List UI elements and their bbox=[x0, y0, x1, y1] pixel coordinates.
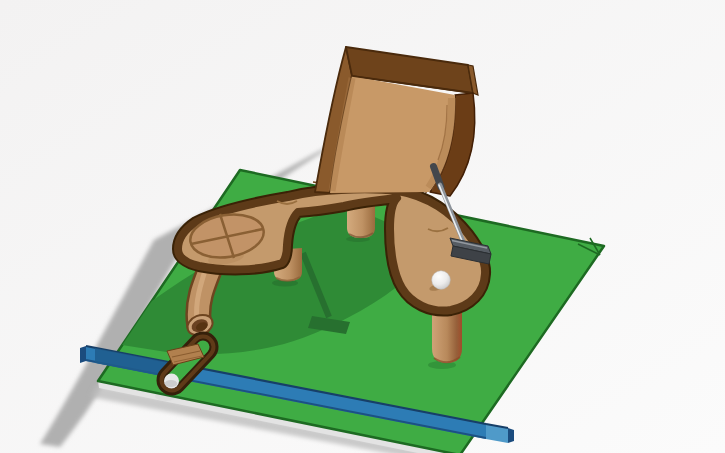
viewport-3d[interactable] bbox=[0, 0, 725, 453]
ball bbox=[432, 271, 451, 290]
golf-hole-shade bbox=[165, 380, 177, 387]
water-left-cap bbox=[80, 346, 86, 363]
scene-canvas[interactable] bbox=[0, 0, 725, 453]
curved-ramp[interactable] bbox=[315, 47, 478, 196]
water-right-tip bbox=[508, 428, 514, 443]
